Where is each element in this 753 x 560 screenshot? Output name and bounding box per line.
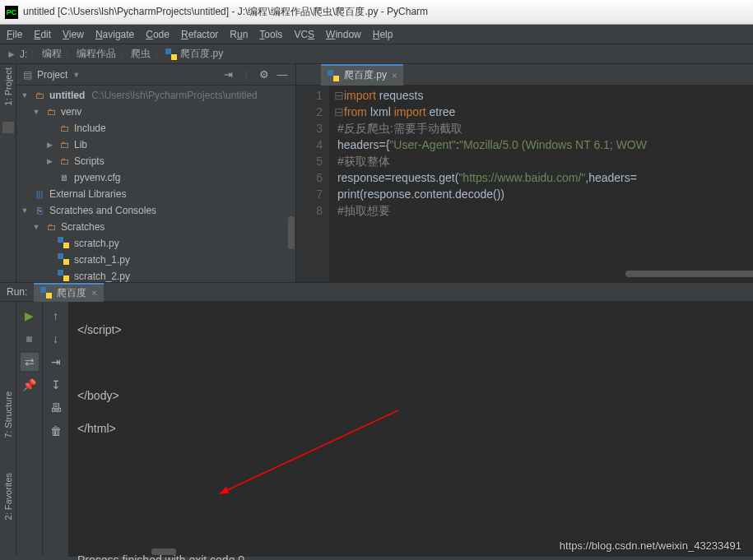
gear-icon[interactable]: ⚙ bbox=[258, 68, 271, 81]
chevron-down-icon[interactable]: ▼ bbox=[31, 108, 41, 116]
menu-vcs[interactable]: VCS bbox=[294, 29, 314, 40]
print-button[interactable]: 🖶 bbox=[47, 399, 65, 417]
tool-favorites-tab[interactable]: 2: Favorites bbox=[2, 468, 15, 525]
window-titlebar: PC untitled [C:\Users\lsh\PycharmProject… bbox=[0, 0, 753, 25]
run-tab[interactable]: 爬百度 × bbox=[34, 283, 103, 302]
svg-rect-6 bbox=[58, 270, 63, 275]
project-panel-header: ▤ Project ▼ ⇥ | ⚙ — bbox=[16, 64, 295, 86]
tree-scratches-consoles[interactable]: ▼ ⎘ Scratches and Consoles bbox=[16, 202, 295, 219]
chevron-down-icon[interactable]: ▼ bbox=[20, 91, 30, 100]
svg-rect-11 bbox=[46, 293, 52, 299]
tool-square-icon[interactable] bbox=[2, 122, 14, 133]
pin-button[interactable]: 📌 bbox=[21, 376, 39, 394]
chevron-right-icon: 〉 bbox=[119, 49, 128, 60]
left-tool-strip: 1: Project bbox=[0, 64, 16, 282]
breadcrumb: ► J: 〉 编程 〉 编程作品 〉 爬虫 〉 爬百度.py bbox=[0, 44, 753, 64]
crumb-root[interactable]: J: bbox=[20, 49, 27, 60]
menu-view[interactable]: View bbox=[63, 29, 84, 40]
menu-refactor[interactable]: Refactor bbox=[181, 29, 218, 40]
down-button[interactable]: ↓ bbox=[47, 330, 65, 348]
chevron-right-icon: 〉 bbox=[65, 49, 73, 60]
tree-root[interactable]: ▼ 🗀 untitled C:\Users\lsh\PycharmProject… bbox=[16, 87, 295, 104]
svg-rect-10 bbox=[40, 287, 46, 293]
folder-icon: 🗀 bbox=[33, 89, 46, 102]
hide-icon[interactable]: — bbox=[276, 68, 289, 81]
menu-bar: File Edit View Navigate Code Refactor Ru… bbox=[0, 25, 753, 44]
project-scrollbar[interactable] bbox=[287, 86, 295, 282]
tool-project-tab[interactable]: 1: Project bbox=[3, 67, 13, 105]
left-tool-tabs-bottom: 7: Structure 2: Favorites bbox=[0, 386, 16, 525]
project-view-icon[interactable]: ▤ bbox=[23, 69, 32, 81]
crumb-1[interactable]: 编程 bbox=[42, 47, 62, 61]
toggle-softwrap-button[interactable]: ⇄ bbox=[21, 353, 39, 371]
tree-scratch-2[interactable]: scratch_2.py bbox=[16, 268, 295, 282]
tree-pyvenv[interactable]: 🗎 pyvenv.cfg bbox=[16, 169, 295, 186]
project-label[interactable]: Project bbox=[37, 69, 67, 81]
menu-file[interactable]: File bbox=[7, 29, 22, 40]
tree-lib[interactable]: ▶ 🗀 Lib bbox=[16, 137, 295, 153]
tree-scripts[interactable]: ▶ 🗀 Scripts bbox=[16, 153, 295, 169]
run-panel: ▶ ■ ⇄ 📌 ↑ ↓ ⇥ ↧ 🖶 🗑 </script> </body> </… bbox=[0, 302, 753, 557]
editor-tab-label: 爬百度.py bbox=[344, 68, 387, 82]
svg-rect-2 bbox=[58, 237, 63, 243]
editor-body[interactable]: 1 2 3 4 5 6 7 8 ⊟import requests⊟from lx… bbox=[296, 86, 753, 282]
menu-navigate[interactable]: Navigate bbox=[95, 29, 134, 40]
folder-icon: 🗀 bbox=[44, 105, 58, 118]
editor-panel: 爬百度.py × 1 2 3 4 5 6 7 8 ⊟import request… bbox=[296, 64, 753, 282]
window-title: untitled [C:\Users\lsh\PycharmProjects\u… bbox=[23, 5, 428, 19]
crumb-file[interactable]: 爬百度.py bbox=[180, 47, 223, 61]
collapse-icon[interactable]: ⇥ bbox=[221, 68, 235, 81]
console-output[interactable]: </script> </body> </html> Process finish… bbox=[69, 302, 753, 557]
main-split: 1: Project ▤ Project ▼ ⇥ | ⚙ — ▼ 🗀 untit… bbox=[0, 64, 753, 282]
menu-run[interactable]: Run bbox=[230, 29, 248, 40]
close-icon[interactable]: × bbox=[392, 71, 397, 81]
tree-external[interactable]: ||| External Libraries bbox=[16, 186, 295, 202]
editor-tabbar: 爬百度.py × bbox=[296, 64, 753, 86]
svg-rect-4 bbox=[58, 253, 63, 259]
chevron-down-icon[interactable]: ▼ bbox=[31, 223, 41, 231]
up-button[interactable]: ↑ bbox=[47, 307, 65, 325]
crumb-3[interactable]: 爬虫 bbox=[131, 47, 151, 61]
nav-arrow-icon[interactable]: ► bbox=[7, 49, 16, 60]
menu-edit[interactable]: Edit bbox=[34, 29, 51, 40]
separator: | bbox=[239, 68, 253, 81]
menu-tools[interactable]: Tools bbox=[259, 29, 282, 40]
console-hscrollbar[interactable] bbox=[151, 548, 176, 555]
menu-window[interactable]: Window bbox=[326, 29, 361, 40]
stop-button[interactable]: ■ bbox=[21, 330, 39, 348]
scratches-icon: ⎘ bbox=[33, 204, 46, 217]
editor-tab-active[interactable]: 爬百度.py × bbox=[321, 64, 403, 86]
svg-rect-7 bbox=[63, 275, 69, 281]
chevron-right-icon[interactable]: ▶ bbox=[44, 141, 54, 149]
chevron-right-icon[interactable]: ▶ bbox=[44, 157, 54, 165]
tree-include[interactable]: 🗀 Include bbox=[16, 120, 295, 137]
chevron-down-icon[interactable]: ▼ bbox=[72, 71, 80, 79]
library-icon: ||| bbox=[33, 187, 46, 201]
rerun-button[interactable]: ▶ bbox=[21, 307, 39, 325]
project-tree[interactable]: ▼ 🗀 untitled C:\Users\lsh\PycharmProject… bbox=[16, 86, 295, 282]
code-area[interactable]: ⊟import requests⊟from lxml import etree … bbox=[329, 86, 753, 282]
tree-scratch-1[interactable]: scratch_1.py bbox=[16, 252, 295, 268]
menu-help[interactable]: Help bbox=[373, 29, 393, 40]
tree-venv[interactable]: ▼ 🗀 venv bbox=[16, 104, 295, 120]
trash-button[interactable]: 🗑 bbox=[47, 422, 65, 440]
scroll-end-button[interactable]: ↧ bbox=[47, 376, 65, 394]
tree-scratches[interactable]: ▼ 🗀 Scratches bbox=[16, 219, 295, 235]
menu-code[interactable]: Code bbox=[146, 29, 170, 40]
tool-structure-tab[interactable]: 7: Structure bbox=[2, 386, 15, 443]
python-icon bbox=[328, 70, 339, 81]
file-icon: 🗎 bbox=[58, 171, 71, 184]
chevron-right-icon: 〉 bbox=[154, 49, 162, 60]
project-panel: ▤ Project ▼ ⇥ | ⚙ — ▼ 🗀 untitled C:\User… bbox=[16, 64, 296, 282]
folder-icon: 🗀 bbox=[58, 138, 71, 151]
wrap-button[interactable]: ⇥ bbox=[47, 353, 65, 371]
python-icon bbox=[165, 49, 177, 60]
folder-icon: 🗀 bbox=[58, 122, 71, 135]
chevron-down-icon[interactable]: ▼ bbox=[20, 206, 30, 215]
crumb-2[interactable]: 编程作品 bbox=[77, 47, 116, 61]
python-icon bbox=[58, 270, 71, 282]
svg-rect-0 bbox=[165, 49, 171, 54]
editor-hscrollbar[interactable] bbox=[346, 271, 737, 279]
tree-scratch-py[interactable]: scratch.py bbox=[16, 235, 295, 252]
close-icon[interactable]: × bbox=[91, 288, 96, 298]
